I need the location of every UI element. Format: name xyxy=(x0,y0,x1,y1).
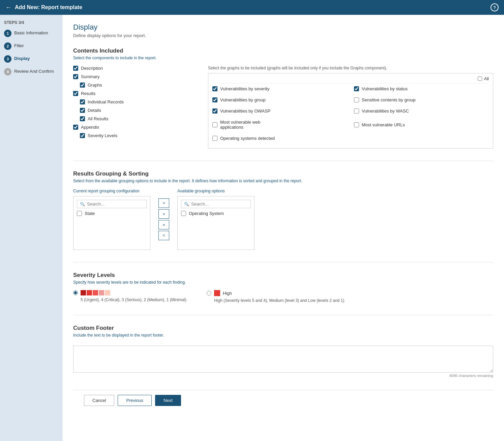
check-vuln-owasp-label: Vulnerabilities by OWASP xyxy=(220,108,270,114)
check-vuln-wasc[interactable]: Vulnerabilities by WASC xyxy=(354,108,489,114)
current-search-input[interactable] xyxy=(87,201,144,207)
check-vuln-status-input[interactable] xyxy=(354,86,359,91)
check-os-detected[interactable]: Operating systems detected xyxy=(212,136,347,141)
severity-radio-2[interactable] xyxy=(207,291,211,295)
bottom-bar: Cancel Previous Next xyxy=(73,390,493,411)
check-severity-levels[interactable]: Severity Levels xyxy=(80,133,195,138)
check-vuln-group[interactable]: Vulnerabilities by group xyxy=(212,97,347,102)
graphs-all-checkbox[interactable] xyxy=(478,76,482,81)
severity-option-2-desc: High (Severity levels 5 and 4), Medium (… xyxy=(214,298,344,303)
check-results-input[interactable] xyxy=(73,91,78,96)
check-individual-records-input[interactable] xyxy=(80,99,85,104)
check-individual-records-label: Individual Records xyxy=(88,99,124,104)
check-details[interactable]: Details xyxy=(80,108,195,113)
header-prefix: Add New: xyxy=(15,4,40,10)
severity-high-label: High xyxy=(223,291,232,296)
next-button[interactable]: Next xyxy=(155,395,181,406)
step-label-4: Review And Confirm xyxy=(14,68,54,74)
contents-section-subtitle: Select the components to include in the … xyxy=(73,56,493,60)
check-vuln-status-label: Vulnerabilities by status xyxy=(362,86,408,91)
grouping-section: Results Grouping & Sorting Select from t… xyxy=(73,170,493,250)
check-vuln-wasc-label: Vulnerabilities by WASC xyxy=(362,108,409,114)
check-results[interactable]: Results xyxy=(73,91,195,96)
char-count: 4096 characters remaining xyxy=(73,374,493,378)
sidebar-item-filter[interactable]: 2 Filter xyxy=(4,42,58,50)
move-right-button[interactable]: > xyxy=(158,198,169,208)
current-grouping-search[interactable]: 🔍 xyxy=(77,200,147,208)
grouping-item-os[interactable]: Operating System xyxy=(181,211,251,216)
check-vuln-group-input[interactable] xyxy=(212,97,217,102)
check-sensitive-group[interactable]: Sensitive contents by group xyxy=(354,97,489,102)
main-content: Display Define display options for your … xyxy=(62,15,504,441)
graphs-panel: Select the graphs to be included (graphs… xyxy=(208,66,493,149)
severity-bar-2 xyxy=(99,290,104,295)
current-grouping-panel: 🔍 State xyxy=(73,196,150,250)
check-description-input[interactable] xyxy=(73,66,78,71)
sidebar: STEPS 3/4 1 Basic Information 2 Filter 3… xyxy=(0,15,62,441)
check-most-vulnerable-web-input[interactable] xyxy=(212,122,217,127)
check-details-input[interactable] xyxy=(80,108,85,113)
check-sensitive-group-input[interactable] xyxy=(354,97,359,102)
check-description[interactable]: Description xyxy=(73,66,195,71)
step-circle-1: 1 xyxy=(4,30,11,37)
footer-textarea[interactable] xyxy=(73,346,493,373)
footer-section-subtitle: Include the text to be displayed in the … xyxy=(73,333,493,338)
check-graphs-label: Graphs xyxy=(88,83,102,88)
move-all-right-button[interactable]: » xyxy=(158,209,169,219)
severity-bar-1 xyxy=(105,290,110,295)
header-template-name: Report template xyxy=(41,4,82,10)
check-os-detected-label: Operating systems detected xyxy=(220,136,275,141)
check-os-detected-input[interactable] xyxy=(212,136,217,141)
grouping-os-checkbox[interactable] xyxy=(181,211,186,216)
check-vuln-wasc-input[interactable] xyxy=(354,108,359,114)
check-all-results-input[interactable] xyxy=(80,116,85,121)
check-graphs-input[interactable] xyxy=(80,83,85,88)
check-vuln-owasp-input[interactable] xyxy=(212,108,217,114)
check-vuln-group-label: Vulnerabilities by group xyxy=(220,97,266,102)
severity-high-box xyxy=(214,290,220,296)
check-most-vulnerable-web[interactable]: Most vulnerable webapplications xyxy=(212,120,347,130)
step-circle-3: 3 xyxy=(4,55,11,63)
severity-section: Severity Levels Specify how severity lev… xyxy=(73,272,493,303)
page-header: ← Add New: Report template ? xyxy=(0,0,504,15)
check-summary[interactable]: Summary xyxy=(73,74,195,79)
severity-radio-1[interactable] xyxy=(73,290,78,295)
grouping-state-checkbox[interactable] xyxy=(77,211,82,216)
step-label-2: Filter xyxy=(14,42,24,48)
sidebar-item-display[interactable]: 3 Display xyxy=(4,55,58,63)
check-appendix-input[interactable] xyxy=(73,125,78,130)
move-all-left-button[interactable]: « xyxy=(158,220,169,229)
sidebar-item-review[interactable]: 4 Review And Confirm xyxy=(4,68,58,75)
check-appendix[interactable]: Appendix xyxy=(73,125,195,130)
grouping-item-state[interactable]: State xyxy=(77,211,147,216)
check-vuln-severity[interactable]: Vulnerabilities by severity xyxy=(212,86,347,91)
severity-option-1-desc: 5 (Urgent), 4 (Critical), 3 (Serious), 2… xyxy=(81,297,186,302)
check-vuln-severity-input[interactable] xyxy=(212,86,217,91)
available-grouping-panel: 🔍 Operating System xyxy=(177,196,255,250)
check-most-vulnerable-urls-input[interactable] xyxy=(354,122,359,127)
transfer-buttons: > » « < xyxy=(156,189,172,250)
help-button[interactable]: ? xyxy=(491,3,499,11)
check-vuln-owasp[interactable]: Vulnerabilities by OWASP xyxy=(212,108,347,114)
check-severity-levels-input[interactable] xyxy=(80,133,85,138)
available-search-input[interactable] xyxy=(191,201,248,207)
check-graphs[interactable]: Graphs xyxy=(80,83,195,88)
available-grouping-search[interactable]: 🔍 xyxy=(181,200,251,208)
severity-section-subtitle: Specify how severity levels are to be in… xyxy=(73,280,493,285)
graphs-all-label: All xyxy=(484,76,489,81)
check-individual-records[interactable]: Individual Records xyxy=(80,99,195,104)
check-all-results-label: All Results xyxy=(88,116,108,121)
check-all-results[interactable]: All Results xyxy=(80,116,195,121)
check-vuln-status[interactable]: Vulnerabilities by status xyxy=(354,86,489,91)
sidebar-item-basic-information[interactable]: 1 Basic Information xyxy=(4,30,58,37)
check-summary-input[interactable] xyxy=(73,74,78,79)
check-appendix-label: Appendix xyxy=(81,125,99,130)
footer-section-title: Custom Footer xyxy=(73,325,493,332)
grouping-os-label: Operating System xyxy=(189,211,224,216)
check-most-vulnerable-urls[interactable]: Most vulnerable URLs xyxy=(354,120,489,130)
move-left-button[interactable]: < xyxy=(158,231,169,240)
back-button[interactable]: ← xyxy=(5,4,11,11)
previous-button[interactable]: Previous xyxy=(118,395,152,406)
page-title: Display xyxy=(73,23,493,32)
cancel-button[interactable]: Cancel xyxy=(84,395,114,406)
